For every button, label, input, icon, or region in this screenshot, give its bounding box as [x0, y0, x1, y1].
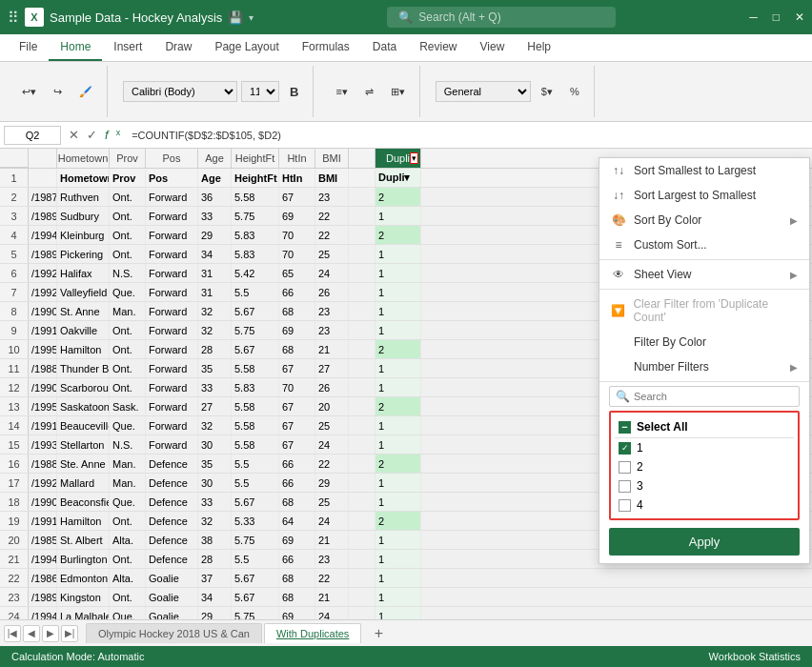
confirm-icon[interactable]: ✓ — [87, 128, 97, 142]
cell-12-K[interactable]: Forward — [146, 378, 198, 396]
cell-15-J[interactable]: N.S. — [110, 435, 146, 454]
cell-22-L[interactable]: 37 — [198, 569, 232, 587]
cell-11-N[interactable]: 67 — [279, 359, 315, 377]
cell-12-P[interactable] — [349, 378, 376, 396]
cell-2-J[interactable]: Ont. — [110, 188, 146, 206]
cell-21-I[interactable]: Burlington — [57, 550, 110, 568]
cell-20-H[interactable]: /1985 — [29, 531, 57, 549]
cell-10-K[interactable]: Forward — [146, 340, 198, 358]
cell-2-Q[interactable]: 2 — [376, 188, 421, 206]
cell-10-N[interactable]: 68 — [279, 340, 315, 358]
filter-item-1[interactable]: 1 — [615, 438, 794, 457]
cell-7-L[interactable]: 31 — [198, 283, 232, 301]
cell-16-K[interactable]: Defence — [146, 455, 198, 473]
maximize-btn[interactable]: □ — [773, 10, 780, 24]
cell-3-M[interactable]: 5.75 — [232, 207, 279, 225]
cell-7-N[interactable]: 66 — [279, 283, 315, 301]
cell-23-J[interactable]: Ont. — [110, 588, 146, 606]
first-sheet-btn[interactable]: |◀ — [4, 625, 21, 642]
filter-search-box[interactable]: 🔍 — [609, 386, 800, 407]
prev-sheet-btn[interactable]: ◀ — [23, 625, 40, 642]
cell-18-L[interactable]: 33 — [198, 493, 232, 511]
add-sheet-button[interactable]: + — [367, 622, 390, 645]
cell-20-I[interactable]: St. Albert — [57, 531, 110, 549]
cell-10-M[interactable]: 5.67 — [232, 340, 279, 358]
cell-15-K[interactable]: Forward — [146, 435, 198, 454]
cell-3-I[interactable]: Sudbury — [57, 207, 110, 225]
cell-15-O[interactable]: 24 — [315, 435, 349, 454]
cell-11-H[interactable]: /1988 — [29, 359, 57, 377]
font-size-select[interactable]: 11 — [241, 81, 279, 102]
merge-button[interactable]: ⊞▾ — [384, 83, 412, 101]
cell-11-O[interactable]: 27 — [315, 359, 349, 377]
cell-14-H[interactable]: /1991 — [29, 416, 57, 435]
sort-by-color[interactable]: 🎨 Sort By Color ▶ — [599, 208, 809, 232]
cell-5-M[interactable]: 5.83 — [232, 245, 279, 263]
cell-14-N[interactable]: 67 — [279, 416, 315, 435]
tab-view[interactable]: View — [469, 34, 517, 61]
tab-file[interactable]: File — [8, 34, 49, 61]
cell-2-P[interactable] — [349, 188, 376, 206]
cell-12-J[interactable]: Ont. — [110, 378, 146, 396]
cell-23-N[interactable]: 68 — [279, 588, 315, 606]
cell-14-J[interactable]: Que. — [110, 416, 146, 435]
currency-button[interactable]: $▾ — [535, 83, 559, 101]
cell-3-H[interactable]: /1989 — [29, 207, 57, 225]
sheet-tab-duplicates[interactable]: With Duplicates — [264, 623, 361, 643]
cell-8-N[interactable]: 68 — [279, 302, 315, 320]
next-sheet-btn[interactable]: ▶ — [42, 625, 59, 642]
col-header-M[interactable]: HeightFt — [232, 149, 279, 168]
cell-10-J[interactable]: Ont. — [110, 340, 146, 358]
cell-8-L[interactable]: 32 — [198, 302, 232, 320]
cell-2-O[interactable]: 23 — [315, 188, 349, 206]
cell-19-L[interactable]: 32 — [198, 512, 232, 530]
cell-16-Q[interactable]: 2 — [376, 455, 421, 473]
cell-9-O[interactable]: 23 — [315, 321, 349, 339]
cell-14-K[interactable]: Forward — [146, 416, 198, 435]
cell-18-Q[interactable]: 1 — [376, 493, 421, 511]
cell-12-Q[interactable]: 1 — [376, 378, 421, 396]
cell-11-J[interactable]: Ont. — [110, 359, 146, 377]
cell-1-M[interactable]: HeightFt — [232, 169, 279, 187]
cell-11-P[interactable] — [349, 359, 376, 377]
sort-largest-smallest[interactable]: ↓↑ Sort Largest to Smallest — [599, 183, 809, 208]
cell-19-Q[interactable]: 2 — [376, 512, 421, 530]
cell-20-M[interactable]: 5.75 — [232, 531, 279, 549]
cell-12-I[interactable]: Scarboroug — [57, 378, 110, 396]
cell-15-I[interactable]: Stellarton — [57, 435, 110, 454]
cell-7-I[interactable]: Valleyfield — [57, 283, 110, 301]
select-all-checkbox[interactable] — [619, 421, 631, 434]
cell-16-P[interactable] — [349, 455, 376, 473]
cell-1-N[interactable]: HtIn — [279, 169, 315, 187]
cell-5-K[interactable]: Forward — [146, 245, 198, 263]
col-header-O[interactable]: BMI — [315, 149, 349, 168]
cell-18-M[interactable]: 5.67 — [232, 493, 279, 511]
search-box-titlebar[interactable]: 🔍 Search (Alt + Q) — [387, 7, 616, 28]
cell-6-Q[interactable]: 1 — [376, 264, 421, 282]
cell-22-J[interactable]: Alta. — [110, 569, 146, 587]
col-header-J[interactable]: Prov — [110, 149, 146, 168]
cell-10-H[interactable]: /1995 — [29, 340, 57, 358]
cell-3-Q[interactable]: 1 — [376, 207, 421, 225]
cell-20-L[interactable]: 38 — [198, 531, 232, 549]
cell-9-Q[interactable]: 1 — [376, 321, 421, 339]
cell-15-L[interactable]: 30 — [198, 435, 232, 454]
cell-6-H[interactable]: /1992 — [29, 264, 57, 282]
cell-1-P[interactable] — [349, 169, 376, 187]
filter-search-input[interactable] — [634, 391, 793, 402]
cell-14-O[interactable]: 25 — [315, 416, 349, 435]
font-name-select[interactable]: Calibri (Body) — [123, 81, 237, 102]
col-header-K[interactable]: Pos — [146, 149, 198, 168]
sheet-view[interactable]: 👁 Sheet View ▶ — [599, 262, 809, 287]
checkbox-3[interactable] — [619, 480, 631, 493]
cell-13-K[interactable]: Forward — [146, 397, 198, 415]
cell-23-P[interactable] — [349, 588, 376, 606]
cell-4-O[interactable]: 22 — [315, 226, 349, 244]
cell-6-I[interactable]: Halifax — [57, 264, 110, 282]
cell-2-L[interactable]: 36 — [198, 188, 232, 206]
cell-5-Q[interactable]: 1 — [376, 245, 421, 263]
cell-12-H[interactable]: /1990 — [29, 378, 57, 396]
cell-16-I[interactable]: Ste. Anne — [57, 455, 110, 473]
cell-14-M[interactable]: 5.58 — [232, 416, 279, 435]
cell-9-H[interactable]: /1991 — [29, 321, 57, 339]
